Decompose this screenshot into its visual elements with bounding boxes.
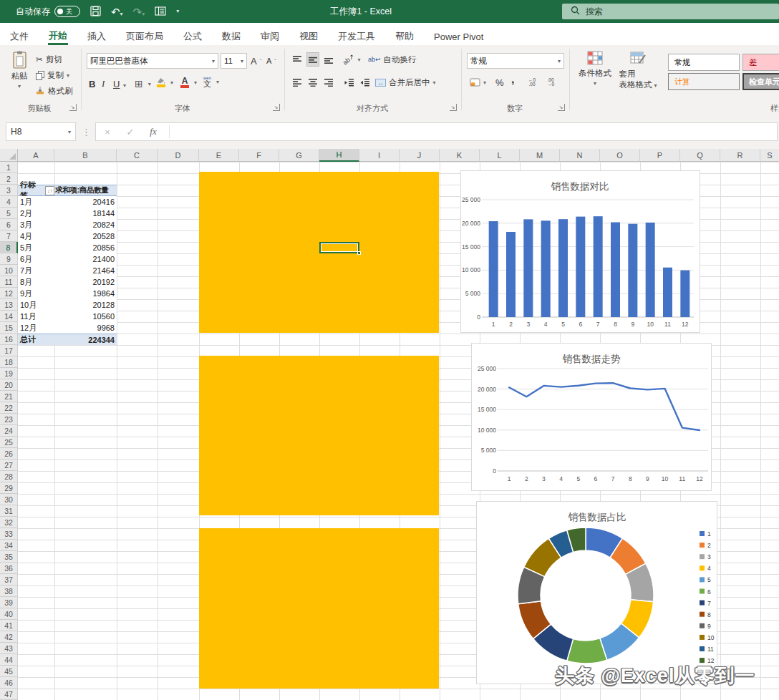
paste-button[interactable]: 粘贴 ▾ — [6, 51, 33, 89]
align-center-button[interactable] — [306, 75, 319, 89]
selected-cell-H8[interactable] — [319, 242, 359, 253]
column-header-Q[interactable]: Q — [680, 149, 720, 162]
alignment-dialog-launcher-icon[interactable]: ↘ — [450, 104, 457, 111]
row-header-33[interactable]: 33 — [0, 528, 18, 540]
phonetic-guide-button[interactable]: wén 文 ▾ — [203, 74, 219, 89]
column-header-J[interactable]: J — [400, 149, 440, 162]
cut-button[interactable]: ✂剪切 — [36, 52, 62, 67]
accounting-format-button[interactable]: ▾ — [470, 75, 486, 89]
fill-color-button[interactable]: ▾ — [156, 75, 173, 89]
tab-开发工具[interactable]: 开发工具 — [337, 23, 376, 45]
row-header-8[interactable]: 8 — [0, 242, 18, 253]
tab-数据[interactable]: 数据 — [221, 23, 241, 45]
name-box[interactable]: H8▾ — [6, 122, 76, 141]
merge-center-button[interactable]: ↔ 合并后居中▾ — [375, 75, 436, 89]
pivot-cell[interactable]: 10月 — [18, 299, 54, 311]
formula-bar-handle[interactable]: ⋮ — [82, 122, 91, 141]
row-header-10[interactable]: 10 — [0, 265, 18, 276]
row-header-14[interactable]: 14 — [0, 311, 18, 322]
row-header-28[interactable]: 28 — [0, 471, 18, 482]
pivot-cell[interactable]: 总计 — [18, 334, 54, 345]
row-header-40[interactable]: 40 — [0, 608, 18, 620]
pivot-cell[interactable]: 3月 — [18, 219, 54, 230]
row-header-47[interactable]: 47 — [0, 689, 18, 700]
row-header-15[interactable]: 15 — [0, 322, 18, 334]
clipboard-dialog-launcher-icon[interactable]: ↘ — [69, 104, 77, 111]
pivot-cell[interactable]: 6月 — [18, 253, 54, 265]
row-header-45[interactable]: 45 — [0, 666, 18, 677]
row-header-9[interactable]: 9 — [0, 253, 18, 265]
pivot-cell[interactable]: 行标签↓↑ — [18, 185, 54, 195]
shrink-font-button[interactable]: Aˇ — [266, 54, 276, 68]
tab-视图[interactable]: 视图 — [299, 23, 319, 45]
pivot-cell[interactable]: 20856 — [54, 242, 117, 253]
fill-handle[interactable] — [357, 251, 361, 255]
column-header-P[interactable]: P — [640, 149, 680, 162]
pivot-cell[interactable]: 9月 — [18, 288, 54, 299]
decrease-decimal-button[interactable]: .00→0 — [547, 75, 554, 89]
pivot-cell[interactable]: 10560 — [54, 311, 117, 322]
row-header-6[interactable]: 6 — [0, 219, 18, 230]
pivot-row-7月[interactable]: 7月21464 — [18, 265, 117, 276]
pivot-cell[interactable]: 4月 — [18, 230, 54, 242]
pivot-row-6月[interactable]: 6月21400 — [18, 253, 117, 265]
pivot-row-11月[interactable]: 11月10560 — [18, 311, 117, 322]
tab-审阅[interactable]: 审阅 — [260, 23, 280, 45]
pivot-row-3月[interactable]: 3月20824 — [18, 219, 117, 230]
row-header-2[interactable]: 2 — [0, 173, 18, 185]
pivot-row-8月[interactable]: 8月20192 — [18, 276, 117, 288]
column-header-B[interactable]: B — [54, 149, 117, 162]
row-header-25[interactable]: 25 — [0, 437, 18, 448]
row-header-35[interactable]: 35 — [0, 551, 18, 563]
row-header-5[interactable]: 5 — [0, 208, 18, 219]
row-header-19[interactable]: 19 — [0, 368, 18, 379]
column-header-O[interactable]: O — [600, 149, 640, 162]
row-header-17[interactable]: 17 — [0, 345, 18, 356]
ribbon-display-icon[interactable] — [155, 6, 166, 17]
number-dialog-launcher-icon[interactable]: ↘ — [558, 104, 565, 111]
row-header-11[interactable]: 11 — [0, 276, 18, 288]
pivot-row-5月[interactable]: 5月20856 — [18, 242, 117, 253]
cell-style-差[interactable]: 差 — [742, 54, 779, 71]
row-header-16[interactable]: 16 — [0, 334, 18, 345]
format-as-table-button[interactable]: 套用表格格式 ▾ — [617, 51, 659, 89]
enter-icon[interactable]: ✓ — [119, 127, 142, 137]
search-box[interactable]: 搜索 — [562, 4, 779, 19]
cancel-icon[interactable]: × — [96, 127, 119, 137]
column-header-R[interactable]: R — [720, 149, 760, 162]
increase-decimal-button[interactable]: ←0.00 — [528, 75, 536, 89]
pivot-cell[interactable]: 8月 — [18, 276, 54, 288]
pivot-cell[interactable]: 12月 — [18, 322, 54, 334]
pivot-row-4月[interactable]: 4月20528 — [18, 230, 117, 242]
pivot-header-row[interactable]: 行标签↓↑求和项:商品数量 — [18, 185, 117, 196]
tab-Power Pivot[interactable]: Power Pivot — [433, 23, 484, 45]
bold-button[interactable]: B — [89, 77, 95, 91]
row-header-20[interactable]: 20 — [0, 379, 18, 391]
save-icon[interactable] — [90, 6, 101, 18]
row-header-41[interactable]: 41 — [0, 620, 18, 631]
cell-style-常规[interactable]: 常规 — [668, 54, 740, 71]
column-header-F[interactable]: F — [239, 149, 279, 162]
copy-button[interactable]: 复制▾ — [36, 68, 69, 82]
row-header-37[interactable]: 37 — [0, 574, 18, 585]
row-header-27[interactable]: 27 — [0, 460, 18, 471]
row-header-24[interactable]: 24 — [0, 425, 18, 437]
select-all-corner[interactable] — [0, 149, 18, 162]
bar-chart-销售数据对比[interactable]: 销售数据对比05 00010 00015 00020 00025 0001234… — [460, 170, 700, 333]
row-header-18[interactable]: 18 — [0, 356, 18, 368]
row-header-1[interactable]: 1 — [0, 162, 18, 173]
column-header-A[interactable]: A — [18, 149, 54, 162]
font-size-select[interactable]: 11▾ — [221, 53, 247, 69]
row-header-39[interactable]: 39 — [0, 597, 18, 608]
autosave-toggle[interactable]: 自动保存 关 — [16, 6, 80, 18]
tab-开始[interactable]: 开始 — [48, 23, 68, 45]
tab-文件[interactable]: 文件 — [9, 23, 29, 45]
orange-rectangle-shape-3[interactable] — [199, 528, 439, 689]
insert-function-icon[interactable]: fx — [142, 126, 165, 137]
row-header-36[interactable]: 36 — [0, 563, 18, 574]
cell-style-检查单元格[interactable]: 检查单元格 — [742, 73, 779, 90]
row-header-12[interactable]: 12 — [0, 288, 18, 299]
pivot-cell[interactable]: 18144 — [54, 208, 117, 219]
line-chart-销售数据走势[interactable]: 销售数据走势05 00010 00015 00020 00025 0001234… — [471, 343, 712, 491]
wrap-text-button[interactable]: ab↩ 自动换行 — [368, 52, 417, 67]
